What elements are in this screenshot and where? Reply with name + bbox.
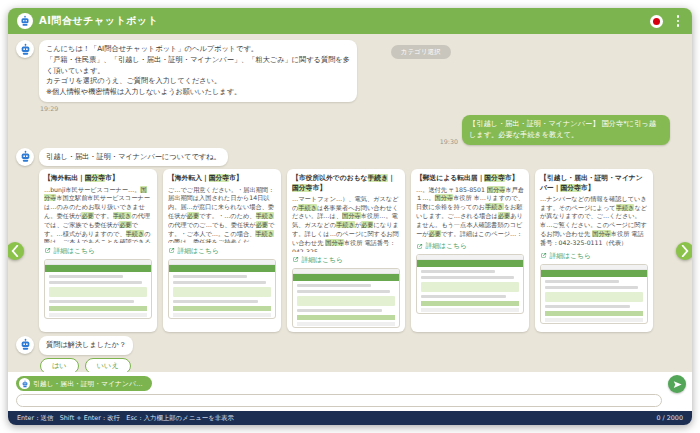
info-card: 【市役所以外でのおもな手続き｜国分寺市】…マートフォン…）、電気、ガスなどの手続… <box>287 169 405 331</box>
greeting-bubble: こんにちは！「AI問合せチャットボット」のヘルプボットです。 「戸籍・住民票」、… <box>39 40 357 102</box>
info-card: 【郵送による転出届｜国分寺市】…。送付先 〒185-8501 国分寺市戸倉１…。… <box>411 169 529 331</box>
user-timestamp: 19:30 <box>440 138 458 145</box>
info-card: 【引越し・届出・証明・マイナンバー｜国分寺市】…ナンバーなどの情報を確認していき… <box>535 169 653 331</box>
card-detail-link[interactable]: 詳細はこちら <box>292 255 400 265</box>
keyboard-hints: Enter：送信 Shift + Enter：改行 Esc：入力欄上部のメニュー… <box>17 414 234 423</box>
category-menu-button-disabled[interactable]: カテゴリ選択 <box>391 45 451 59</box>
card-detail-link[interactable]: 詳細はこちら <box>540 251 648 261</box>
message-input[interactable] <box>16 394 662 407</box>
page-preview-thumbnail <box>540 264 648 324</box>
resolved-question-bubble: 質問は解決しましたか？ <box>39 336 133 355</box>
chat-area: こんにちは！「AI問合せチャットボット」のヘルプボットです。 「戸籍・住民票」、… <box>8 34 692 372</box>
yes-button[interactable]: はい <box>40 358 79 372</box>
resolved-options: はい いいえ <box>40 358 684 372</box>
info-card: 【海外転入｜国分寺市】ご…でご用意ください。・届出期間：届出期間は入国された日か… <box>163 169 281 331</box>
carousel-prev-button[interactable] <box>8 242 24 260</box>
card-body: …マートフォン…）、電気、ガスなどの手続きは各事業者へお問い合わせください。詳…… <box>292 195 400 252</box>
info-card: 【海外転出｜国分寺市】…bunji市民サービスコーナー…。国分寺市国立駅前市民サ… <box>39 169 157 331</box>
page-preview-thumbnail <box>168 259 276 319</box>
greeting-timestamp: 19:29 <box>40 105 684 112</box>
selected-category-label: 引越し・届出・証明・マイナンバ… <box>33 379 143 389</box>
chatbot-window: AI問合せチャットボット こんにちは！「AI問合せチャットボット」のヘルプボット… <box>8 8 692 425</box>
resolved-row: 質問は解決しましたか？ <box>16 336 684 355</box>
selected-category-pill[interactable]: 引越し・届出・証明・マイナンバ… <box>16 376 152 391</box>
card-body: …ナンバーなどの情報を確認していきます。そのページによって手続きなどが異なります… <box>540 195 648 248</box>
carousel-next-button[interactable] <box>676 242 692 260</box>
bot-avatar-icon <box>16 336 34 354</box>
user-message-bubble: 【引越し・届出・証明・マイナンバー】 国分寺*に引っ越します。必要な手続きを教え… <box>462 115 670 145</box>
bot-ack-row: 引越し・届出・証明・マイナンバーについてですね。 <box>16 148 684 167</box>
card-carousel: 【海外転出｜国分寺市】…bunji市民サービスコーナー…。国分寺市国立駅前市民サ… <box>39 169 684 331</box>
card-title: 【郵送による転出届｜国分寺市】 <box>416 174 524 183</box>
send-button[interactable] <box>668 375 686 393</box>
no-button[interactable]: いいえ <box>85 358 131 372</box>
card-body: ご…でご用意ください。・届出期間：届出期間は入国された日から14日以内。届…が窓… <box>168 186 276 243</box>
ack-bubble: 引越し・届出・証明・マイナンバーについてですね。 <box>39 148 228 167</box>
card-detail-link[interactable]: 詳細はこちら <box>416 241 524 251</box>
robot-icon <box>19 378 30 389</box>
card-detail-link[interactable]: 詳細はこちら <box>44 246 152 256</box>
card-body: …bunji市民サービスコーナー…。国分寺市国立駅前市民サービスコーナーは…のみ… <box>44 186 152 243</box>
card-title: 【引越し・届出・証明・マイナンバー｜国分寺市】 <box>540 174 648 192</box>
bot-greeting-row: こんにちは！「AI問合せチャットボット」のヘルプボットです。 「戸籍・住民票」、… <box>16 40 684 102</box>
footer-bar: Enter：送信 Shift + Enter：改行 Esc：入力欄上部のメニュー… <box>8 411 692 425</box>
menu-kebab-icon[interactable] <box>673 15 683 27</box>
card-title: 【海外転出｜国分寺市】 <box>44 174 152 183</box>
page-preview-thumbnail <box>44 259 152 319</box>
user-message-row: 19:30 【引越し・届出・証明・マイナンバー】 国分寺*に引っ越します。必要な… <box>16 115 670 145</box>
card-body: …。送付先 〒185-8501 国分寺市戸倉１…。国分寺市役所 市…りますので、… <box>416 186 524 239</box>
char-counter: 0 / 2000 <box>656 414 683 422</box>
window-title: AI問合せチャットボット <box>39 14 158 28</box>
bot-avatar-icon <box>16 40 34 58</box>
bot-avatar-icon <box>16 148 34 166</box>
card-title: 【市役所以外でのおもな手続き｜国分寺市】 <box>292 174 400 192</box>
composer: 引越し・届出・証明・マイナンバ… <box>8 372 692 411</box>
card-title: 【海外転入｜国分寺市】 <box>168 174 276 183</box>
page-preview-thumbnail <box>292 268 400 328</box>
header: AI問合せチャットボット <box>8 8 692 34</box>
card-detail-link[interactable]: 詳細はこちら <box>168 246 276 256</box>
page-preview-thumbnail <box>416 254 524 314</box>
robot-icon <box>17 13 33 29</box>
japan-flag-icon[interactable] <box>650 15 663 28</box>
